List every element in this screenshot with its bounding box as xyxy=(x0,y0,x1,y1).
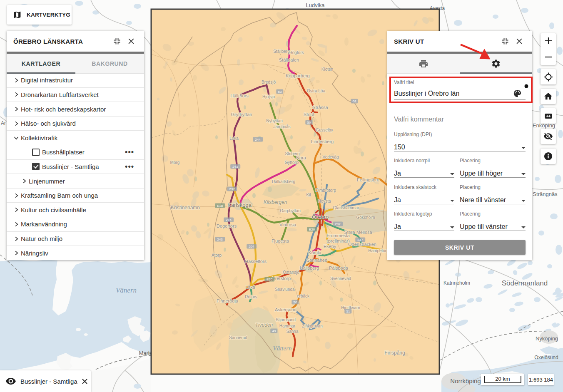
svg-text:E18: E18 xyxy=(217,204,223,208)
svg-text:Hovsta: Hovsta xyxy=(318,199,331,203)
svg-text:Vättern: Vättern xyxy=(273,345,292,352)
svg-text:Sannerud: Sannerud xyxy=(229,335,247,340)
svg-text:erbäck: erbäck xyxy=(297,294,310,298)
svg-text:Kilsbergen: Kilsbergen xyxy=(264,199,287,205)
svg-text:Vedevåg: Vedevåg xyxy=(323,155,339,159)
svg-text:Oxelösund: Oxelösund xyxy=(534,355,558,360)
svg-text:Grythyttan: Grythyttan xyxy=(231,112,252,117)
svg-text:Norrköping: Norrköping xyxy=(450,377,481,385)
svg-text:50: 50 xyxy=(307,121,311,124)
svg-text:Pålsboda: Pålsboda xyxy=(329,265,349,270)
svg-text:Kil: Kil xyxy=(306,193,311,197)
svg-text:68: 68 xyxy=(353,99,356,103)
svg-text:Röfors: Röfors xyxy=(245,295,257,299)
svg-text:Fjugesta: Fjugesta xyxy=(272,238,289,243)
svg-text:Hasselfors: Hasselfors xyxy=(245,259,267,264)
svg-text:Nyhyttan: Nyhyttan xyxy=(266,119,282,123)
svg-text:Karlskoga: Karlskoga xyxy=(227,202,252,208)
svg-text:204: 204 xyxy=(249,245,254,248)
svg-text:Kristinehamn: Kristinehamn xyxy=(171,205,200,211)
svg-text:Fellingsbro: Fellingsbro xyxy=(357,177,379,182)
svg-text:Askersund: Askersund xyxy=(275,307,296,312)
svg-text:Örebro: Örebro xyxy=(312,214,329,220)
svg-text:Nora: Nora xyxy=(296,155,306,160)
svg-text:Östra Löa: Östra Löa xyxy=(307,89,325,93)
svg-text:Vretstorp: Vretstorp xyxy=(272,276,291,281)
svg-text:Morg: Morg xyxy=(170,160,180,165)
svg-text:Svennevad: Svennevad xyxy=(330,276,351,281)
svg-text:Järnboås: Järnboås xyxy=(273,124,290,129)
svg-text:Dalkarlsberg: Dalkarlsberg xyxy=(272,179,295,184)
svg-text:50: 50 xyxy=(294,300,297,304)
svg-text:Stjärnsund: Stjärnsund xyxy=(276,318,296,322)
svg-text:Ölmbrotorp: Ölmbrotorp xyxy=(315,188,336,193)
svg-text:Kumla: Kumla xyxy=(308,250,321,255)
svg-text:244: 244 xyxy=(255,138,261,141)
svg-text:49: 49 xyxy=(272,329,276,333)
svg-text:Södermanland: Södermanland xyxy=(502,279,548,287)
svg-text:Snavlunda: Snavlunda xyxy=(275,287,295,292)
svg-text:Hampetorp: Hampetorp xyxy=(368,248,389,253)
svg-text:Hällefors: Hällefors xyxy=(230,93,249,98)
svg-text:Gusselby: Gusselby xyxy=(316,128,333,132)
svg-text:Hammar: Hammar xyxy=(279,324,296,328)
svg-text:(preliminär): (preliminär) xyxy=(326,238,350,243)
svg-text:Storå: Storå xyxy=(304,112,315,117)
svg-text:247: 247 xyxy=(357,238,363,242)
svg-text:Nyköping: Nyköping xyxy=(536,335,558,342)
svg-text:Sänna: Sänna xyxy=(286,329,299,334)
svg-text:E20: E20 xyxy=(267,278,273,281)
svg-text:Stora Mellösa: Stora Mellösa xyxy=(344,230,372,235)
svg-text:Tiveden: Tiveden xyxy=(255,322,273,328)
svg-text:Glanshammar: Glanshammar xyxy=(333,206,359,210)
svg-text:207: 207 xyxy=(335,222,341,226)
svg-text:Vintrosa: Vintrosa xyxy=(279,222,296,227)
svg-text:Zinkgruvan: Zinkgruvan xyxy=(302,324,322,328)
svg-text:237: 237 xyxy=(229,187,235,191)
svg-text:Hjulsjö: Hjulsjö xyxy=(262,94,275,99)
svg-text:245: 245 xyxy=(232,165,238,169)
svg-text:Lindesberg: Lindesberg xyxy=(311,139,334,144)
svg-text:63: 63 xyxy=(278,90,282,94)
svg-text:Östansjö: Östansjö xyxy=(283,270,299,275)
svg-text:Ludvika: Ludvika xyxy=(306,2,325,8)
svg-text:Ställberg: Ställberg xyxy=(273,49,289,54)
svg-text:243: 243 xyxy=(217,238,223,241)
svg-text:Kopparberg: Kopparberg xyxy=(286,73,310,78)
svg-text:Stråssa: Stråssa xyxy=(312,105,328,110)
svg-text:Gyttorp: Gyttorp xyxy=(285,160,299,165)
svg-text:Ar: Ar xyxy=(1,120,6,126)
svg-text:Finnerödja: Finnerödja xyxy=(217,298,239,303)
svg-text:E20: E20 xyxy=(309,228,315,231)
svg-text:Vänern: Vänern xyxy=(116,286,137,294)
svg-text:Loka: Loka xyxy=(229,136,239,141)
svg-text:Kloten: Kloten xyxy=(321,67,333,72)
svg-text:Finspång: Finspång xyxy=(384,350,405,356)
svg-text:Katrineholm: Katrineholm xyxy=(443,280,470,286)
svg-text:Strängnäs: Strängnäs xyxy=(533,191,558,197)
svg-text:Degerfors: Degerfors xyxy=(217,223,237,228)
svg-text:Högfors: Högfors xyxy=(289,50,304,55)
svg-text:Ställdalen: Ställdalen xyxy=(279,57,299,62)
svg-text:Ekeby: Ekeby xyxy=(324,244,336,249)
svg-text:Garphyttan: Garphyttan xyxy=(280,208,300,213)
svg-text:Göksholm: Göksholm xyxy=(356,215,375,220)
svg-text:Bredsjö: Bredsjö xyxy=(262,80,276,84)
svg-text:Odensbacken: Odensbacken xyxy=(348,242,376,247)
svg-text:Hallsberg: Hallsberg xyxy=(300,265,319,270)
svg-text:51: 51 xyxy=(346,310,350,313)
svg-text:Laxå: Laxå xyxy=(245,285,256,290)
svg-text:215: 215 xyxy=(226,218,232,222)
svg-text:Sannahed: Sannahed xyxy=(306,258,327,263)
svg-text:Atorp: Atorp xyxy=(212,253,222,258)
